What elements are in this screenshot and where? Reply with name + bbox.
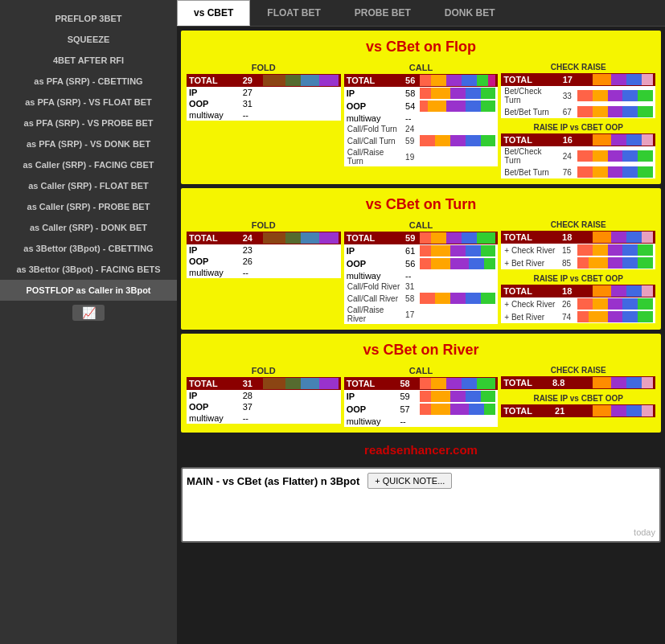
flop-call-raise-turn-label: Call/Raise Turn <box>344 147 403 166</box>
tab-probe-bet[interactable]: PROBE BET <box>338 0 428 26</box>
flop-fold-ip-label: IP <box>187 87 240 98</box>
main-content: vs CBET FLOAT BET PROBE BET DONK BET vs … <box>177 0 665 644</box>
flop-call-raise-turn-val: 19 <box>403 147 417 166</box>
flop-call-fold-turn-row: Call/Fold Turn 24 <box>344 124 499 134</box>
flop-call-box: CALL TOTAL 56 IP 58 OOP 54 <box>344 61 499 178</box>
flop-rip-total-row: TOTAL 16 <box>501 133 655 146</box>
turn-cr-total-row: TOTAL 18 <box>501 231 655 244</box>
quick-note-button[interactable]: + QUICK NOTE... <box>367 473 452 489</box>
sidebar-item-callerprobe[interactable]: as Caller (SRP) - PROBE BET <box>0 196 177 217</box>
river-fold-box: FOLD TOTAL 31 IP 28 OOP 37 <box>187 364 341 427</box>
turn-rip-total-row: TOTAL 18 <box>501 285 655 297</box>
flop-rip-bbt-row: Bet/Bet Turn 76 <box>501 166 655 178</box>
turn-raise-ip-box: RAISE IP vs CBET OOP TOTAL 18 + Check Ri… <box>501 273 655 323</box>
river-fold-ip-row: IP 28 <box>187 390 341 401</box>
turn-raise-ip-label: RAISE IP vs CBET OOP <box>501 273 655 285</box>
sidebar-item-pfaprobe[interactable]: as PFA (SRP) - VS PROBE BET <box>0 113 177 133</box>
sidebar-item-pfafloat[interactable]: as PFA (SRP) - VS FLOAT BET <box>0 92 177 113</box>
turn-call-ip-row: IP 61 <box>344 244 499 257</box>
flop-call-label: CALL <box>344 61 499 74</box>
flop-call-ip-val: 58 <box>403 87 417 100</box>
turn-cr-check-river-row: + Check River 15 <box>501 244 655 256</box>
flop-cr-total-val: 17 <box>560 73 575 86</box>
sidebar-item-3bettorfacing[interactable]: as 3Bettor (3Bpot) - FACING BETS <box>0 259 177 280</box>
turn-fold-mw-row: multiway -- <box>187 267 341 278</box>
flop-call-call-turn-val: 59 <box>403 134 417 147</box>
river-section: vs CBet on River FOLD TOTAL 31 IP 28 <box>181 334 661 433</box>
flop-cr-total-label: TOTAL <box>501 73 560 86</box>
website-label: readsenhancer.com <box>177 437 665 463</box>
sidebar-item-3bettorcbet[interactable]: as 3Bettor (3Bpot) - CBETTING <box>0 238 177 259</box>
flop-rip-total-label: TOTAL <box>501 133 560 146</box>
sidebar-item-pfacbetting[interactable]: as PFA (SRP) - CBETTING <box>0 71 177 92</box>
turn-rip-bet-river-row: + Bet River 74 <box>501 310 655 323</box>
today-label: today <box>187 527 655 537</box>
flop-fold-total-val: 29 <box>240 74 261 87</box>
flop-call-raise-turn-row: Call/Raise Turn 19 <box>344 147 499 166</box>
flop-call-ip-row: IP 58 <box>344 87 499 100</box>
river-fold-mw-row: multiway -- <box>187 412 341 424</box>
river-raise-ip-box: RAISE IP vs CBET OOP TOTAL 21 <box>501 392 655 417</box>
river-check-raise-box: CHECK RAISE TOTAL 8.8 <box>501 364 655 389</box>
sidebar-item-callerdonk[interactable]: as Caller (SRP) - DONK BET <box>0 217 177 238</box>
flop-fold-mw-row: multiway -- <box>187 109 341 121</box>
river-cr-total-row: TOTAL 8.8 <box>501 376 655 389</box>
flop-fold-box: FOLD TOTAL 29 IP 27 OOP 31 <box>187 61 341 178</box>
river-call-box: CALL TOTAL 58 IP 59 OOP 57 <box>344 364 499 427</box>
turn-fold-oop-row: OOP 26 <box>187 256 341 267</box>
tab-float-bet[interactable]: FLOAT BET <box>250 0 337 26</box>
flop-title: vs CBet on Flop <box>185 35 657 59</box>
turn-check-raise-box: CHECK RAISE TOTAL 18 + Check River 15 <box>501 219 655 269</box>
flop-rip-total-val: 16 <box>560 133 575 146</box>
river-title: vs CBet on River <box>185 338 657 363</box>
turn-section: vs CBet on Turn FOLD TOTAL 24 IP 23 <box>181 188 661 330</box>
flop-fold-oop-label: OOP <box>187 98 240 109</box>
chart-icon: 📈 <box>72 305 105 321</box>
tab-vs-cbet[interactable]: vs CBET <box>177 0 250 26</box>
flop-call-mw-val: -- <box>403 113 417 124</box>
flop-cr-bbt-row: Bet/Bet Turn 67 <box>501 105 655 118</box>
flop-call-total-row: TOTAL 56 <box>344 74 499 87</box>
flop-rip-bbt-label: Bet/Bet Turn <box>501 166 560 178</box>
flop-rip-bct-label: Bet/Check Turn <box>501 146 560 166</box>
sidebar: PREFLOP 3BET SQUEEZE 4BET AFTER RFI as P… <box>0 0 177 644</box>
flop-cr-bct-val: 33 <box>560 86 575 105</box>
sidebar-item-squeeze[interactable]: SQUEEZE <box>0 29 177 50</box>
river-check-raise-label: CHECK RAISE <box>501 364 655 376</box>
turn-title: vs CBet on Turn <box>185 192 657 217</box>
turn-fold-ip-row: IP 23 <box>187 244 341 256</box>
flop-call-mw-label: multiway <box>344 113 403 124</box>
flop-fold-ip-val: 27 <box>240 87 261 98</box>
river-call-ip-row: IP 59 <box>344 390 499 403</box>
flop-call-total-val: 56 <box>403 74 417 87</box>
sidebar-item-postflop3bpot[interactable]: POSTFLOP as Caller in 3Bpot <box>0 280 177 301</box>
turn-fold-box: FOLD TOTAL 24 IP 23 OOP 26 <box>187 219 341 324</box>
sidebar-item-preflop3bet[interactable]: PREFLOP 3BET <box>0 8 177 29</box>
river-fold-total-row: TOTAL 31 <box>187 377 341 390</box>
flop-fold-mw-label: multiway <box>187 109 240 121</box>
river-call-label: CALL <box>344 364 499 377</box>
tab-bar: vs CBET FLOAT BET PROBE BET DONK BET <box>177 0 665 27</box>
turn-call-total-row: TOTAL 59 <box>344 232 499 244</box>
flop-call-ip-label: IP <box>344 87 403 100</box>
tab-donk-bet[interactable]: DONK BET <box>428 0 512 26</box>
note-area: MAIN - vs CBet (as Flatter) n 3Bpot + QU… <box>181 467 661 543</box>
turn-call-box: CALL TOTAL 59 IP 61 OOP 56 <box>344 219 499 324</box>
river-fold-label: FOLD <box>187 364 341 377</box>
turn-fold-total-row: TOTAL 24 <box>187 232 341 244</box>
flop-call-oop-row: OOP 54 <box>344 100 499 113</box>
turn-rip-check-river-row: + Check River 26 <box>501 297 655 310</box>
flop-section: vs CBet on Flop FOLD TOTAL 29 IP 27 <box>181 31 661 184</box>
turn-call-mw-row: multiway -- <box>344 270 499 281</box>
sidebar-item-callerfloat[interactable]: as Caller (SRP) - FLOAT BET <box>0 175 177 196</box>
flop-fold-total-label: TOTAL <box>187 74 240 87</box>
river-raise-ip-label: RAISE IP vs CBET OOP <box>501 392 655 404</box>
flop-fold-total-row: TOTAL 29 <box>187 74 341 87</box>
note-header: MAIN - vs CBet (as Flatter) n 3Bpot + QU… <box>187 473 655 489</box>
turn-check-raise-label: CHECK RAISE <box>501 219 655 231</box>
sidebar-item-4betrfi[interactable]: 4BET AFTER RFI <box>0 50 177 71</box>
sidebar-item-callerfacingcbet[interactable]: as Caller (SRP) - FACING CBET <box>0 154 177 175</box>
sidebar-item-pfadonk[interactable]: as PFA (SRP) - VS DONK BET <box>0 133 177 154</box>
note-textarea[interactable] <box>187 493 655 525</box>
river-call-total-row: TOTAL 58 <box>344 377 499 390</box>
